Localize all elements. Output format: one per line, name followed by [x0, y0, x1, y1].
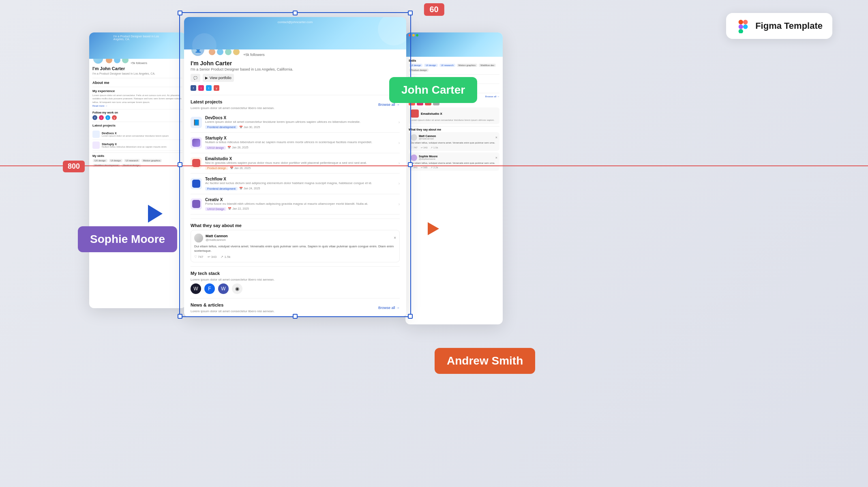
news-desc: Lorem ipsum dolor sit amet consectetur l… — [191, 309, 274, 313]
emailstudio-tags: Product design 📅 Jan 26, 2025 — [205, 166, 395, 170]
techflow-name: Techflow X — [205, 177, 395, 181]
svg-rect-1 — [743, 20, 748, 24]
right-dot-red — [409, 34, 411, 36]
tech-webflow-icon: W — [218, 283, 229, 294]
right-testimonials-title: What they say about me — [409, 128, 499, 131]
testimonial-retweets: ↩ 343 — [208, 255, 217, 259]
tech-stack-desc: Lorem ipsum dolor sit amet consectetur l… — [191, 278, 400, 281]
right-matt-stat-rt: ↩ 343 — [421, 146, 428, 149]
news-item-1: What is the right design tool to choose … — [191, 315, 400, 317]
right-browse-all[interactable]: Browse all → — [485, 95, 499, 98]
right-matt-handle: @mattcannon — [419, 137, 436, 140]
left-project-item-1: DevDocs X Lorem ipsum dolor sit amet con… — [92, 129, 182, 140]
right-matt-close[interactable]: × — [495, 135, 497, 139]
right-sophie-testimonial: Sophie Moore @sophiemoore × Dui etiam te… — [409, 152, 499, 171]
john-carter-badge: John Carter — [389, 77, 477, 103]
right-matt-avatar — [411, 134, 417, 141]
right-sophie-stats: ♡ 843 ↩ 565 ↗ 2.2k — [411, 166, 497, 169]
emailstudio-name: Emailstudio X — [205, 157, 395, 161]
creativ-icon — [191, 198, 202, 210]
right-matt-testimonial: Matt Cannon @mattcannon × Dui etiam tell… — [409, 132, 499, 151]
creativ-desc: Porta fusce eu blandit nibh ultrices nul… — [205, 202, 395, 206]
testimonial-close-button[interactable]: × — [394, 236, 396, 240]
project-item-emailstudio: Emailstudio X Nisi in gravida ultrices s… — [191, 153, 400, 174]
projects-desc: Lorem ipsum dolor sit amet consectetur l… — [191, 106, 274, 110]
creativ-tags: UX/UI Design 📅 Jan 22, 2025 — [205, 207, 395, 211]
tech-figma-icon: F — [204, 283, 215, 294]
left-card-email: I'm a Product Designer based in Los Ange… — [114, 35, 162, 41]
instagram-icon[interactable]: i — [198, 85, 204, 91]
testimonials-title: What they say about me — [191, 223, 400, 228]
creativ-icon-inner — [192, 200, 200, 208]
twitter-icon[interactable]: t — [206, 85, 212, 91]
skill-motion: Motion graphics — [141, 159, 162, 162]
right-emailstudio-card: Emailstudio X Lorem ipsum dolor sit amet… — [409, 107, 499, 124]
measurement-line — [0, 165, 868, 166]
devdocs-tags: Frontend development 📅 Jan 30, 2025 — [205, 125, 395, 129]
right-skill-4: Motion graphics — [457, 64, 477, 67]
devdocs-date: 📅 Jan 30, 2025 — [239, 126, 260, 129]
sophie-moore-badge: Sophie Moore — [78, 226, 177, 252]
youtube-icon[interactable]: y — [214, 85, 219, 91]
right-sophie-stat-views: ↗ 2.2k — [431, 166, 438, 169]
emailstudio-tag: Product design — [205, 166, 228, 170]
right-skill-3: UI research — [439, 64, 455, 67]
testimonial-header: Matt Cannon @mattcannon × — [194, 234, 396, 242]
emailstudio-desc: Nisi in gravida ultrices sapien purus do… — [205, 161, 395, 165]
techflow-date: 📅 Jan 24, 2025 — [239, 187, 260, 190]
portfolio-label: View portfolio — [210, 76, 231, 80]
testimonial-card: Matt Cannon @mattcannon × Dui etiam tell… — [191, 230, 400, 262]
devdocs-info: DevDocs X Lorem ipsum dolor sit amet con… — [205, 116, 395, 129]
message-button[interactable]: 💬 — [191, 74, 200, 82]
news-header: News & articles Lorem ipsum dolor sit am… — [191, 302, 400, 313]
creativ-chevron-icon[interactable]: › — [399, 202, 400, 206]
techflow-chevron-icon[interactable]: › — [399, 181, 400, 186]
main-card-header-image: contact@johncarter.com — [184, 17, 406, 49]
facebook-icon[interactable]: f — [191, 85, 196, 91]
devdocs-chevron-icon[interactable]: › — [399, 120, 400, 124]
testimonial-text: Dui etiam tellus, volutpat viverra amet.… — [194, 244, 396, 253]
right-skill-2: UI design — [424, 64, 437, 67]
creativ-tag: UX/UI Design — [205, 207, 226, 211]
right-matt-stats: ♡ 747 ↩ 343 ↗ 1.5k — [411, 146, 497, 149]
left-proj-name-1: DevDocs X — [102, 132, 169, 135]
startuply-tag: UX/UI design — [205, 146, 226, 150]
techflow-icon — [191, 178, 202, 189]
project-item-devdocs: 📘 DevDocs X Lorem ipsum dolor sit amet c… — [191, 112, 400, 133]
emailstudio-date: 📅 Jan 26, 2025 — [230, 167, 251, 170]
left-card-name: I'm John Carter — [92, 66, 182, 71]
testimonial-stats: ♡ 747 ↩ 343 ↗ 1.5k — [194, 255, 396, 259]
left-read-more[interactable]: Read more → — [92, 105, 182, 107]
left-youtube-icon[interactable]: y — [112, 115, 117, 120]
left-about-title: About me — [92, 81, 182, 85]
project-item-startuply: Startuply X Nullam a tellus ridiculus bi… — [191, 133, 400, 153]
emailstudio-chevron-icon[interactable]: › — [399, 161, 400, 165]
right-emailstudio-name: Emailstudio X — [421, 112, 442, 116]
portfolio-button[interactable]: ▶ View portfolio — [203, 74, 234, 82]
right-skill-5: Webflow dev — [479, 64, 496, 67]
left-project-item-2: Startuply X Nullam tellus ridiculus bibe… — [92, 140, 182, 151]
followers-label: +5k followers — [243, 53, 265, 57]
left-instagram-icon[interactable]: i — [99, 115, 104, 120]
figma-icon — [736, 19, 750, 33]
startuply-desc: Nullam a tellus ridiculus bibendum erat … — [205, 140, 395, 144]
devdocs-icon: 📘 — [191, 117, 202, 128]
left-followers-label: +5k followers — [131, 62, 147, 64]
measure-badge-800: 800 — [63, 161, 85, 172]
testimonial-name: Matt Cannon — [206, 234, 228, 238]
left-projects-title: Latest projects — [92, 124, 116, 127]
main-profile-card: contact@johncarter.com 👤 +5k followers I… — [184, 17, 406, 317]
right-emailstudio-desc: Lorem ipsum dolor sit amet consectetur t… — [411, 119, 497, 122]
projects-header: Latest projects Lorem ipsum dolor sit am… — [191, 99, 400, 110]
startuply-chevron-icon[interactable]: › — [399, 141, 400, 145]
tech-notion-icon: W — [191, 283, 201, 294]
news-title: News & articles — [191, 302, 274, 307]
right-sophie-avatar — [411, 154, 417, 161]
news-browse-all[interactable]: Browse all → — [378, 306, 400, 310]
left-twitter-icon[interactable]: t — [105, 115, 110, 120]
right-sophie-close[interactable]: × — [495, 156, 497, 160]
creativ-info: Creativ X Porta fusce eu blandit nibh ul… — [205, 197, 395, 211]
left-facebook-icon[interactable]: f — [92, 115, 97, 120]
left-proj-icon-2 — [92, 142, 100, 149]
projects-browse-all[interactable]: Browse all → — [378, 103, 400, 107]
